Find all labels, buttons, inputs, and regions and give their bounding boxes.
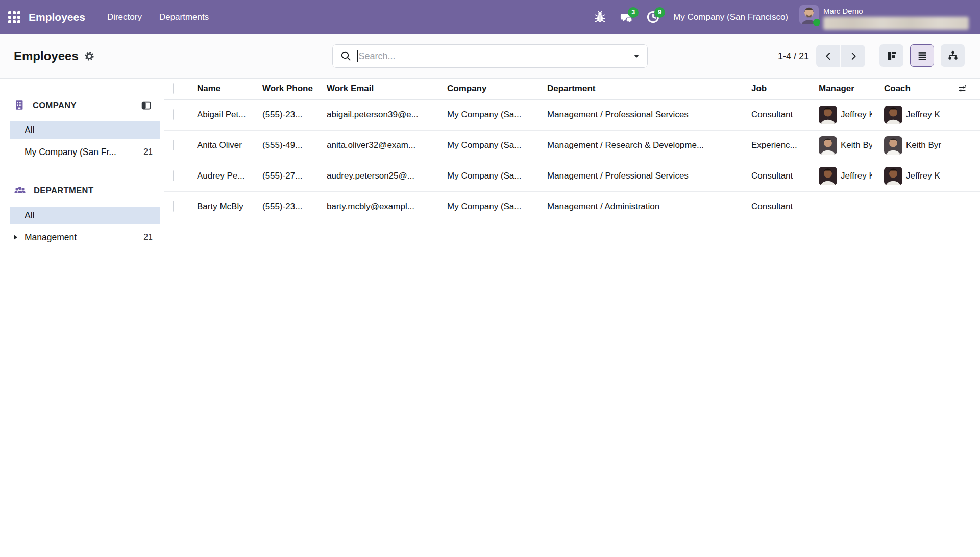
apps-menu-button[interactable]: [0, 0, 29, 34]
expand-caret-icon[interactable]: [14, 235, 17, 240]
optional-columns-button[interactable]: [958, 84, 974, 94]
chevron-down-icon: [634, 55, 639, 58]
sidebar-collapse-button[interactable]: [141, 100, 152, 111]
coach-avatar: [884, 167, 902, 185]
cell-department: Management / Administration: [541, 191, 745, 222]
cell-work-email: abigail.peterson39@e...: [321, 99, 441, 130]
user-menu[interactable]: Marc Demo: [799, 5, 972, 30]
nav-menu-departments[interactable]: Departments: [151, 0, 217, 34]
control-panel: Employees Search... 1-4 / 21: [0, 34, 980, 79]
search-options-toggle[interactable]: [625, 45, 647, 67]
cell-coach-empty: [878, 191, 951, 222]
app-name-menu[interactable]: Employees: [29, 11, 85, 23]
cell-department: Management / Professional Services: [541, 161, 745, 191]
column-header-manager[interactable]: Manager: [813, 79, 878, 99]
coach-avatar: [884, 136, 902, 155]
cell-manager-empty: [813, 191, 878, 222]
manager-name: Keith Byr: [841, 140, 872, 150]
cell-work-email: barty.mcbly@exampl...: [321, 191, 441, 222]
table-row-barty[interactable]: Barty McBly (555)-23... barty.mcbly@exam…: [164, 191, 980, 222]
select-all-checkbox[interactable]: [173, 83, 174, 94]
sidebar-item-label: All: [24, 125, 34, 136]
sidebar-item-label: Management: [24, 232, 77, 243]
nav-menu-directory[interactable]: Directory: [99, 0, 151, 34]
column-header-job[interactable]: Job: [745, 79, 813, 99]
row-checkbox[interactable]: [173, 170, 174, 181]
filters-sidebar: COMPANY All My Company (San Fr... 21: [0, 79, 164, 557]
cell-name: Abigail Pet...: [191, 99, 256, 130]
bug-icon: [594, 11, 606, 23]
building-icon: [14, 99, 25, 111]
pager-previous-button[interactable]: [816, 45, 840, 67]
pager: 1-4 / 21: [778, 44, 865, 68]
online-status-dot: [813, 19, 820, 26]
messages-menu-button[interactable]: 3: [615, 6, 638, 29]
list-view-icon: [917, 50, 928, 61]
chevron-right-icon: [848, 50, 859, 62]
cell-name: Audrey Pe...: [191, 161, 256, 191]
employee-table: Name Work Phone Work Email Company Depar…: [164, 79, 980, 222]
view-switcher: [879, 44, 965, 67]
row-checkbox[interactable]: [173, 140, 174, 150]
row-checkbox[interactable]: [173, 109, 174, 120]
manager-name: Jeffrey K: [841, 110, 872, 120]
pager-next-button[interactable]: [841, 45, 865, 67]
coach-name: Jeffrey K: [906, 110, 940, 120]
activities-menu-button[interactable]: 9: [642, 6, 664, 29]
column-header-work-phone[interactable]: Work Phone: [256, 79, 321, 99]
apps-grid-icon: [8, 11, 20, 23]
cell-job: Consultant: [745, 191, 813, 222]
manager-name: Jeffrey K: [841, 171, 872, 181]
text-cursor: [357, 50, 358, 62]
company-filter-section: COMPANY All My Company (San Fr... 21: [0, 96, 164, 161]
gear-icon: [84, 51, 94, 61]
cell-department: Management / Professional Services: [541, 99, 745, 130]
sidebar-item-management[interactable]: Management 21: [10, 229, 160, 246]
cell-name: Barty McBly: [191, 191, 256, 222]
sidebar-item-label: All: [24, 210, 34, 221]
search-placeholder: Search...: [359, 51, 396, 62]
table-row-abigail[interactable]: Abigail Pet... (555)-23... abigail.peter…: [164, 99, 980, 130]
cell-work-email: audrey.peterson25@...: [321, 161, 441, 191]
pager-range[interactable]: 1-4 / 21: [778, 51, 809, 62]
manager-avatar: [819, 106, 837, 124]
search-icon: [340, 50, 352, 62]
manager-avatar: [819, 167, 837, 185]
column-header-coach[interactable]: Coach: [878, 79, 951, 99]
cell-company: My Company (Sa...: [441, 191, 541, 222]
column-header-department[interactable]: Department: [541, 79, 745, 99]
sliders-icon: [958, 84, 967, 94]
debug-bug-icon[interactable]: [589, 6, 611, 29]
column-header-name[interactable]: Name: [191, 79, 256, 99]
column-header-company[interactable]: Company: [441, 79, 541, 99]
sidebar-item-company-all[interactable]: All: [10, 121, 160, 139]
cell-company: My Company (Sa...: [441, 130, 541, 161]
hierarchy-view-button[interactable]: [941, 44, 965, 67]
manager-avatar: [819, 136, 837, 155]
list-view-button[interactable]: [910, 44, 934, 67]
column-header-work-email[interactable]: Work Email: [321, 79, 441, 99]
coach-name: Keith Byr: [906, 140, 941, 150]
record-count: 21: [143, 233, 153, 242]
kanban-view-button[interactable]: [879, 44, 903, 67]
cell-job: Experienc...: [745, 130, 813, 161]
cell-department: Management / Research & Developme...: [541, 130, 745, 161]
systray: 3 9 My Company (San Francisco): [589, 5, 972, 30]
search-input[interactable]: Search...: [332, 44, 648, 68]
company-switcher[interactable]: My Company (San Francisco): [673, 12, 788, 22]
company-section-title: COMPANY: [33, 100, 77, 110]
employee-list-view: Name Work Phone Work Email Company Depar…: [164, 79, 980, 557]
cell-company: My Company (Sa...: [441, 161, 541, 191]
coach-name: Jeffrey K: [906, 171, 940, 181]
cell-work-phone: (555)-27...: [256, 161, 321, 191]
record-count: 21: [143, 147, 153, 157]
row-checkbox[interactable]: [173, 201, 174, 212]
sidebar-item-my-company[interactable]: My Company (San Fr... 21: [10, 143, 160, 161]
table-row-anita[interactable]: Anita Oliver (555)-49... anita.oliver32@…: [164, 130, 980, 161]
top-navbar: Employees Directory Departments 3: [0, 0, 980, 34]
cell-work-email: anita.oliver32@exam...: [321, 130, 441, 161]
sidebar-item-department-all[interactable]: All: [10, 207, 160, 224]
action-gear-button[interactable]: [84, 51, 94, 61]
table-row-audrey[interactable]: Audrey Pe... (555)-27... audrey.peterson…: [164, 161, 980, 191]
cell-work-phone: (555)-49...: [256, 130, 321, 161]
